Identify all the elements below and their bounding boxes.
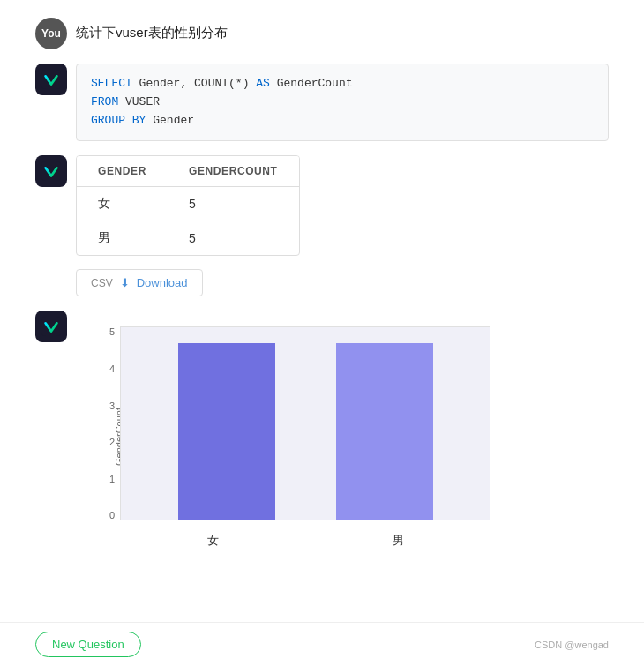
x-tick-female: 女 — [207, 533, 219, 549]
data-table: GENDER GENDERCOUNT 女5男5 — [77, 156, 299, 255]
download-icon: ⬇ — [120, 276, 130, 289]
csv-label: CSV — [91, 277, 113, 289]
data-table-wrapper: GENDER GENDERCOUNT 女5男5 — [76, 155, 300, 256]
svg-rect-1 — [41, 161, 61, 181]
download-label: Download — [137, 276, 188, 289]
table-cell: 5 — [168, 221, 299, 256]
svg-rect-2 — [41, 317, 61, 336]
bar-male — [336, 343, 433, 520]
bar-group-female — [178, 343, 275, 520]
y-tick-1: 1 — [109, 474, 115, 484]
assistant-table-row: GENDER GENDERCOUNT 女5男5 CSV ⬇ Download — [35, 155, 609, 296]
chart-container: 5 4 3 2 1 0 GenderCount — [76, 318, 499, 556]
svg-rect-0 — [41, 70, 61, 89]
table-row: 男5 — [77, 221, 299, 256]
download-button[interactable]: CSV ⬇ Download — [76, 269, 203, 296]
new-question-button[interactable]: New Question — [35, 632, 141, 657]
col-header-gender: GENDER — [77, 156, 168, 187]
assistant-chart-row: 5 4 3 2 1 0 GenderCount — [35, 311, 609, 556]
col-header-gendercount: GENDERCOUNT — [168, 156, 299, 187]
avatar-label: You — [41, 27, 61, 40]
sql-code-block: SELECT Gender, COUNT(*) AS GenderCount F… — [76, 64, 609, 141]
sql-content: SELECT Gender, COUNT(*) AS GenderCount F… — [76, 64, 609, 141]
y-tick-5: 5 — [109, 326, 115, 337]
assistant-icon-chart — [35, 311, 67, 342]
table-cell: 女 — [77, 187, 168, 221]
y-tick-4: 4 — [109, 363, 115, 374]
assistant-icon-table — [35, 155, 67, 187]
user-message-text: 统计下vuser表的性别分布 — [76, 18, 228, 41]
chart-area — [120, 326, 490, 520]
bar-group-male — [336, 343, 433, 520]
assistant-sql-row: SELECT Gender, COUNT(*) AS GenderCount F… — [35, 64, 609, 141]
table-cell: 男 — [77, 221, 168, 256]
table-content: GENDER GENDERCOUNT 女5男5 CSV ⬇ Download — [76, 155, 609, 296]
chart-content: 5 4 3 2 1 0 GenderCount — [76, 311, 609, 556]
x-axis: 女 男 — [120, 533, 490, 549]
user-message-row: You 统计下vuser表的性别分布 — [35, 18, 609, 49]
assistant-icon-sql — [35, 64, 67, 95]
bottom-bar: New Question CSDN @wengad — [0, 622, 644, 666]
x-tick-male: 男 — [393, 533, 404, 549]
bar-female — [178, 343, 275, 520]
table-cell: 5 — [168, 187, 299, 221]
y-tick-0: 0 — [109, 510, 115, 520]
user-avatar: You — [35, 18, 67, 49]
table-row: 女5 — [77, 187, 299, 221]
watermark: CSDN @wengad — [535, 640, 609, 650]
